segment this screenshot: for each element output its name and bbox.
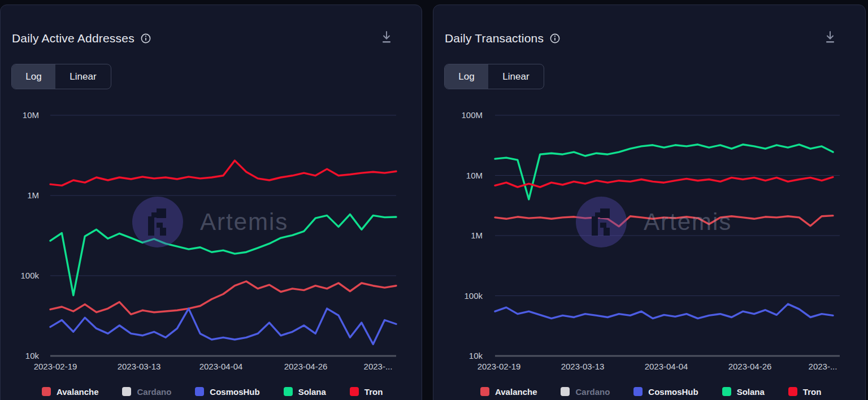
legend-swatch-icon [633, 387, 643, 396]
legend-item-cardano[interactable]: Cardano [122, 387, 171, 397]
daily-transactions-panel: Daily Transactions Log [433, 5, 866, 400]
legend-swatch-icon [42, 387, 51, 396]
y-axis-label: 100M [437, 110, 483, 120]
series-line-avalanche [50, 281, 396, 314]
y-axis-label: 10M [437, 171, 483, 181]
x-axis-label: 2023-04-04 [632, 362, 700, 372]
legend-label: CosmosHub [648, 387, 698, 397]
x-axis-label: 2023-03-13 [105, 362, 173, 372]
y-axis-label: 100k [0, 271, 39, 281]
legend-item-solana[interactable]: Solana [284, 387, 326, 397]
chart-plot [1, 5, 423, 400]
daily-active-addresses-chart: Artemis 10M1M100k10k2023-02-192023-03-13… [1, 5, 422, 400]
daily-active-addresses-panel: Daily Active Addresses Log [0, 5, 422, 400]
legend-label: CosmosHub [210, 387, 259, 397]
legend-item-cosmoshub[interactable]: CosmosHub [195, 387, 259, 397]
x-axis-label: 2023-02-19 [21, 362, 89, 372]
legend-swatch-icon [350, 387, 359, 396]
legend-item-solana[interactable]: Solana [722, 387, 765, 397]
series-line-tron [495, 177, 833, 187]
x-axis-label: 2023-04-26 [716, 362, 784, 372]
series-line-cosmoshub [50, 308, 396, 344]
legend-item-tron[interactable]: Tron [788, 387, 822, 397]
legend-swatch-icon [788, 387, 797, 396]
legend-label: Solana [298, 387, 326, 397]
series-line-avalanche [495, 216, 833, 227]
series-line-cosmoshub [495, 304, 833, 319]
x-axis-label: 2023-... [344, 362, 412, 372]
series-line-solana [50, 214, 396, 295]
chart-legend: AvalancheCardanoCosmosHubSolanaTron [480, 385, 821, 398]
series-line-tron [50, 160, 396, 185]
legend-swatch-icon [284, 387, 293, 396]
y-axis-label: 10M [0, 110, 39, 120]
x-axis-label: 2023-04-04 [187, 362, 255, 372]
legend-item-cardano[interactable]: Cardano [561, 387, 610, 397]
y-axis-label: 100k [437, 291, 483, 301]
legend-item-avalanche[interactable]: Avalanche [480, 387, 537, 397]
legend-label: Tron [364, 387, 383, 397]
chart-plot [433, 5, 866, 400]
chart-legend: AvalancheCardanoCosmosHubSolanaTron [42, 385, 383, 398]
legend-label: Cardano [137, 387, 171, 397]
legend-swatch-icon [722, 387, 731, 396]
legend-label: Avalanche [57, 387, 98, 397]
legend-item-avalanche[interactable]: Avalanche [42, 387, 98, 397]
daily-transactions-chart: Artemis 100M10M1M100k10k2023-02-192023-0… [433, 5, 865, 400]
x-axis-label: 2023-02-19 [465, 362, 533, 372]
series-line-solana [495, 145, 833, 199]
y-axis-label: 10k [437, 351, 483, 361]
x-axis-label: 2023-04-26 [272, 362, 340, 372]
legend-item-tron[interactable]: Tron [350, 387, 383, 397]
legend-label: Avalanche [495, 387, 537, 397]
x-axis-label: 2023-... [789, 362, 857, 372]
legend-label: Solana [737, 387, 765, 397]
legend-label: Cardano [575, 387, 610, 397]
x-axis-label: 2023-03-13 [549, 362, 617, 372]
legend-item-cosmoshub[interactable]: CosmosHub [633, 387, 698, 397]
y-axis-label: 10k [0, 351, 39, 361]
legend-swatch-icon [561, 387, 570, 396]
legend-label: Tron [803, 387, 822, 397]
legend-swatch-icon [195, 387, 204, 396]
legend-swatch-icon [122, 387, 131, 396]
y-axis-label: 1M [0, 190, 39, 201]
legend-swatch-icon [480, 387, 489, 396]
y-axis-label: 1M [437, 231, 483, 241]
